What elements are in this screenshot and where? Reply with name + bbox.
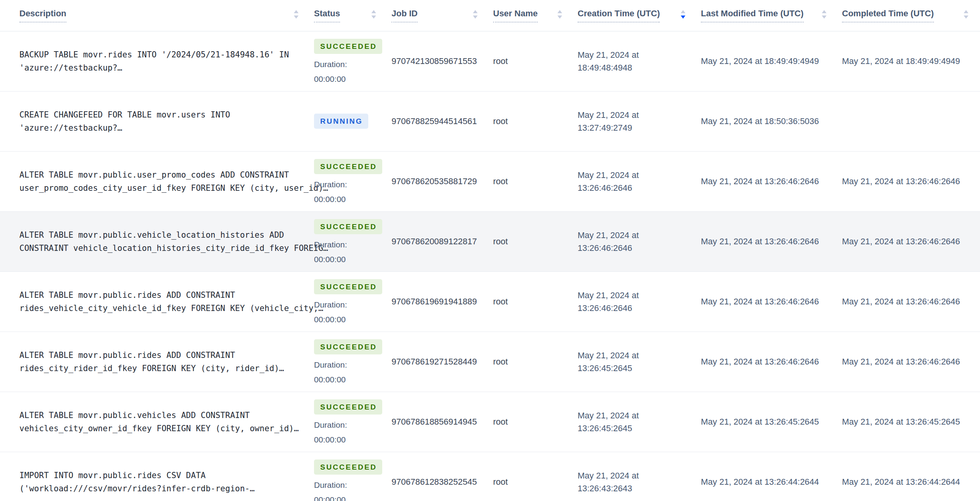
status-badge: SUCCEEDED [314, 460, 382, 475]
job-id-cell: 970678825944514561 [392, 91, 493, 151]
job-status-cell: SUCCEEDED Duration: 00:00:00 [314, 151, 392, 211]
creation-time-cell: May 21, 2024 at 18:49:48:4948 [578, 31, 701, 91]
completed-time-cell [842, 91, 980, 151]
column-header-label: Creation Time (UTC) [578, 9, 660, 22]
job-description-line-2: 'azure://testbackup?… [19, 61, 298, 74]
status-badge: SUCCEEDED [314, 399, 382, 415]
job-description-cell: ALTER TABLE movr.public.user_promo_codes… [0, 151, 314, 211]
duration-value: 00:00:00 [314, 255, 376, 264]
job-status-cell: SUCCEEDED Duration: 00:00:00 [314, 332, 392, 392]
sort-icon [473, 10, 478, 19]
completed-time-cell: May 21, 2024 at 13:26:46:2646 [842, 332, 980, 392]
status-badge: RUNNING [314, 114, 368, 129]
job-id-cell: 970678612838252545 [392, 452, 493, 501]
last-modified-time-cell: May 21, 2024 at 13:26:44:2644 [701, 452, 842, 501]
column-header-label: Status [314, 9, 340, 22]
completed-time-cell: May 21, 2024 at 13:26:46:2646 [842, 211, 980, 271]
column-header-creation-time[interactable]: Creation Time (UTC) [578, 0, 701, 31]
sort-icon [822, 10, 826, 19]
job-description-line-1: ALTER TABLE movr.public.rides ADD CONSTR… [19, 289, 298, 302]
job-description-line-1: ALTER TABLE movr.public.vehicle_location… [19, 228, 298, 242]
job-description-cell: ALTER TABLE movr.public.vehicles ADD CON… [0, 392, 314, 452]
duration-block: Duration: 00:00:00 [314, 300, 376, 324]
user-name-cell: root [493, 211, 578, 271]
job-row[interactable]: IMPORT INTO movr.public.rides CSV DATA (… [0, 452, 980, 501]
status-badge: SUCCEEDED [314, 279, 382, 294]
job-description-cell: BACKUP TABLE movr.rides INTO '/2024/05/2… [0, 31, 314, 91]
job-description-line-2: rides_city_rider_id_fkey FOREIGN KEY (ci… [19, 362, 298, 375]
column-header-job-id[interactable]: Job ID [392, 0, 493, 31]
job-status-cell: SUCCEEDED Duration: 00:00:00 [314, 31, 392, 91]
creation-time-cell: May 21, 2024 at 13:26:46:2646 [578, 211, 701, 271]
duration-label: Duration: [314, 300, 376, 309]
user-name-cell: root [493, 31, 578, 91]
duration-value: 00:00:00 [314, 435, 376, 444]
jobs-table: Description Status Job ID User Name [0, 0, 980, 501]
completed-time-cell: May 21, 2024 at 13:26:44:2644 [842, 452, 980, 501]
job-description-cell: ALTER TABLE movr.public.vehicle_location… [0, 211, 314, 271]
job-description-cell: ALTER TABLE movr.public.rides ADD CONSTR… [0, 271, 314, 332]
duration-label: Duration: [314, 420, 376, 430]
job-row[interactable]: ALTER TABLE movr.public.user_promo_codes… [0, 151, 980, 211]
column-header-last-modified-time[interactable]: Last Modified Time (UTC) [701, 0, 842, 31]
last-modified-time-cell: May 21, 2024 at 13:26:46:2646 [701, 151, 842, 211]
job-description-line-2: CONSTRAINT vehicle_location_histories_ci… [19, 242, 298, 255]
column-header-completed-time[interactable]: Completed Time (UTC) [842, 0, 980, 31]
status-badge: SUCCEEDED [314, 39, 382, 54]
job-id-cell: 970678619271528449 [392, 332, 493, 392]
completed-time-cell: May 21, 2024 at 13:26:46:2646 [842, 151, 980, 211]
duration-block: Duration: 00:00:00 [314, 360, 376, 384]
job-status-cell: SUCCEEDED Duration: 00:00:00 [314, 211, 392, 271]
user-name-cell: root [493, 332, 578, 392]
sort-icon-active-desc [681, 10, 685, 19]
sort-icon [294, 10, 298, 19]
job-description-line-1: ALTER TABLE movr.public.vehicles ADD CON… [19, 409, 298, 422]
job-row[interactable]: CREATE CHANGEFEED FOR TABLE movr.users I… [0, 91, 980, 151]
column-header-user-name[interactable]: User Name [493, 0, 578, 31]
job-description-line-2: user_promo_codes_city_user_id_fkey FOREI… [19, 181, 298, 195]
duration-block: Duration: 00:00:00 [314, 420, 376, 444]
job-description-line-1: BACKUP TABLE movr.rides INTO '/2024/05/2… [19, 48, 298, 61]
column-header-label: Job ID [392, 9, 418, 22]
job-row[interactable]: ALTER TABLE movr.public.vehicle_location… [0, 211, 980, 271]
last-modified-time-cell: May 21, 2024 at 18:50:36:5036 [701, 91, 842, 151]
job-description-line-1: CREATE CHANGEFEED FOR TABLE movr.users I… [19, 108, 298, 121]
job-row[interactable]: ALTER TABLE movr.public.rides ADD CONSTR… [0, 332, 980, 392]
column-header-description[interactable]: Description [0, 0, 314, 31]
user-name-cell: root [493, 271, 578, 332]
duration-block: Duration: 00:00:00 [314, 60, 376, 84]
column-header-label: Description [19, 9, 66, 22]
column-header-label: User Name [493, 9, 538, 22]
user-name-cell: root [493, 452, 578, 501]
column-header-label: Last Modified Time (UTC) [701, 9, 804, 22]
sort-icon [557, 10, 562, 19]
status-badge: SUCCEEDED [314, 219, 382, 234]
job-row[interactable]: BACKUP TABLE movr.rides INTO '/2024/05/2… [0, 31, 980, 91]
duration-value: 00:00:00 [314, 495, 376, 501]
job-status-cell: SUCCEEDED Duration: 00:00:00 [314, 392, 392, 452]
user-name-cell: root [493, 392, 578, 452]
user-name-cell: root [493, 91, 578, 151]
duration-value: 00:00:00 [314, 195, 376, 204]
creation-time-cell: May 21, 2024 at 13:26:45:2645 [578, 392, 701, 452]
user-name-cell: root [493, 151, 578, 211]
duration-label: Duration: [314, 480, 376, 490]
creation-time-cell: May 21, 2024 at 13:26:46:2646 [578, 151, 701, 211]
job-status-cell: SUCCEEDED Duration: 00:00:00 [314, 271, 392, 332]
last-modified-time-cell: May 21, 2024 at 13:26:46:2646 [701, 271, 842, 332]
job-description-line-2: vehicles_city_owner_id_fkey FOREIGN KEY … [19, 422, 298, 435]
creation-time-cell: May 21, 2024 at 13:26:46:2646 [578, 271, 701, 332]
job-description-line-1: ALTER TABLE movr.public.rides ADD CONSTR… [19, 349, 298, 362]
job-row[interactable]: ALTER TABLE movr.public.rides ADD CONSTR… [0, 271, 980, 332]
status-badge: SUCCEEDED [314, 339, 382, 354]
column-header-status[interactable]: Status [314, 0, 392, 31]
sort-icon [371, 10, 376, 19]
completed-time-cell: May 21, 2024 at 13:26:46:2646 [842, 271, 980, 332]
job-description-line-1: IMPORT INTO movr.public.rides CSV DATA [19, 469, 298, 482]
job-row[interactable]: ALTER TABLE movr.public.vehicles ADD CON… [0, 392, 980, 452]
job-id-cell: 970742130859671553 [392, 31, 493, 91]
duration-label: Duration: [314, 180, 376, 189]
jobs-table-header: Description Status Job ID User Name [0, 0, 980, 31]
duration-label: Duration: [314, 60, 376, 69]
duration-block: Duration: 00:00:00 [314, 480, 376, 501]
